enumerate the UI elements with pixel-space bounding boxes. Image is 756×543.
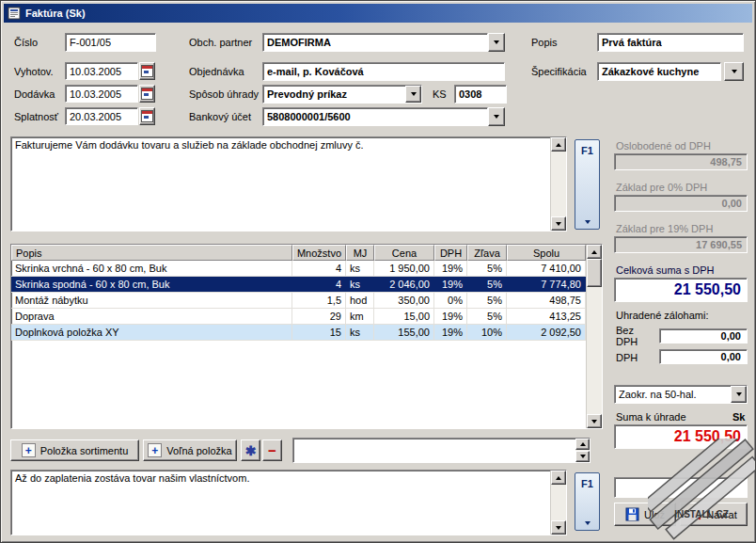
chevron-down-icon bbox=[585, 521, 591, 525]
partner-dropdown-button[interactable] bbox=[488, 33, 505, 52]
bottom-right-input[interactable] bbox=[614, 477, 748, 498]
calendar-icon bbox=[141, 88, 153, 100]
arrow-down-icon bbox=[580, 455, 586, 458]
arrow-down-icon bbox=[556, 526, 561, 530]
header-note-memo[interactable]: Fakturujeme Vám dodávku tovaru a služieb… bbox=[10, 136, 567, 232]
items-table-header[interactable]: Popis Množstvo MJ Cena DPH Zľava Spolu bbox=[11, 245, 586, 261]
return-button[interactable]: Návrat bbox=[680, 503, 748, 526]
cislo-input[interactable] bbox=[65, 33, 156, 52]
column-header-zlava[interactable]: Zľava bbox=[467, 245, 507, 261]
table-row-selected[interactable]: Skrinka spodná - 60 x 80 cm, Buk 4 ks 2 … bbox=[11, 277, 586, 293]
scroll-down-button[interactable] bbox=[587, 414, 602, 428]
delete-item-button[interactable]: − bbox=[262, 439, 282, 461]
save-button[interactable]: Ulož bbox=[614, 503, 676, 526]
chevron-down-icon bbox=[411, 92, 417, 96]
footer-note-text[interactable]: Až do zaplatenia zostáva tovar našim vla… bbox=[11, 471, 550, 535]
column-header-spolu[interactable]: Spolu bbox=[507, 245, 586, 261]
cell-popis: Skrinka vrchná - 60 x 80 cm, Buk bbox=[11, 261, 292, 276]
column-header-mnozstvo[interactable]: Množstvo bbox=[292, 245, 346, 261]
cell-cena: 155,00 bbox=[374, 325, 434, 340]
ks-input[interactable] bbox=[454, 85, 507, 104]
items-table-main: Popis Množstvo MJ Cena DPH Zľava Spolu S… bbox=[11, 245, 586, 428]
cell-spolu: 7 774,80 bbox=[507, 277, 586, 292]
footer-note-memo[interactable]: Až do zaplatenia zostáva tovar našim vla… bbox=[10, 470, 567, 535]
scroll-down-button[interactable] bbox=[551, 520, 566, 535]
item-note-input[interactable] bbox=[292, 438, 591, 463]
celkova-label: Celková suma s DPH bbox=[616, 264, 715, 276]
vyhotov-date-input[interactable] bbox=[65, 62, 138, 80]
zaklad19-label: Základ pre 19% DPH bbox=[616, 223, 713, 234]
scroll-up-button[interactable] bbox=[587, 245, 602, 259]
splatnost-date-input[interactable] bbox=[65, 107, 138, 125]
vyhotov-calendar-button[interactable] bbox=[139, 62, 155, 80]
edit-item-button[interactable]: ✱ bbox=[241, 439, 260, 461]
item-note-scrollbar[interactable] bbox=[575, 439, 590, 462]
splatnost-label: Splatnosť bbox=[14, 111, 58, 122]
asterisk-icon: ✱ bbox=[245, 444, 257, 457]
return-icon bbox=[690, 509, 701, 520]
scroll-up-button[interactable] bbox=[575, 439, 590, 450]
cell-cena: 15,00 bbox=[374, 309, 434, 324]
title-bar[interactable]: Faktúra (Sk) bbox=[4, 4, 752, 23]
ucet-dropdown-button[interactable] bbox=[488, 107, 505, 126]
table-scrollbar[interactable] bbox=[586, 245, 602, 428]
suma-value: 21 550,50 bbox=[614, 424, 748, 449]
specifikacia-input[interactable] bbox=[597, 62, 721, 81]
popis-input[interactable] bbox=[597, 33, 744, 52]
item-note-text[interactable] bbox=[293, 439, 575, 462]
zaklad0-label: Základ pre 0% DPH bbox=[616, 182, 707, 193]
cell-popis: Doplnková položka XY bbox=[11, 325, 292, 340]
currency-label: Sk bbox=[732, 411, 745, 423]
dodavka-calendar-button[interactable] bbox=[139, 85, 155, 103]
column-header-cena[interactable]: Cena bbox=[374, 245, 434, 261]
column-header-mj[interactable]: MJ bbox=[346, 245, 374, 261]
f1-label: F1 bbox=[581, 145, 593, 156]
zaklad0-value: 0,00 bbox=[614, 195, 748, 212]
return-label: Návrat bbox=[706, 509, 736, 520]
sposob-value: Prevodný príkaz bbox=[267, 88, 347, 100]
cell-dph: 19% bbox=[434, 277, 467, 292]
specifikacia-dropdown-button[interactable] bbox=[724, 62, 744, 81]
splatnost-calendar-button[interactable] bbox=[139, 107, 155, 125]
sposob-label: Spôsob úhrady bbox=[189, 88, 259, 100]
header-memo-scrollbar[interactable] bbox=[550, 137, 566, 231]
column-header-dph[interactable]: DPH bbox=[434, 245, 467, 261]
ucet-input[interactable] bbox=[262, 107, 488, 126]
table-row[interactable]: Skrinka vrchná - 60 x 80 cm, Buk 4 ks 1 … bbox=[11, 261, 586, 277]
scroll-down-button[interactable] bbox=[551, 216, 566, 231]
arrow-up-icon bbox=[556, 143, 561, 147]
save-label: Ulož bbox=[644, 509, 665, 520]
cell-mj: km bbox=[346, 309, 374, 324]
save-icon bbox=[625, 507, 639, 521]
scroll-down-button[interactable] bbox=[575, 451, 590, 462]
header-note-f1-button[interactable]: F1 bbox=[575, 139, 600, 230]
popis-label: Popis bbox=[531, 37, 558, 48]
cell-zlava: 5% bbox=[467, 261, 507, 276]
partner-input[interactable] bbox=[262, 33, 488, 52]
cell-zlava: 5% bbox=[467, 293, 507, 308]
table-row-highlighted[interactable]: Doplnková položka XY 15 ks 155,00 19% 10… bbox=[11, 325, 586, 341]
footer-memo-scrollbar[interactable] bbox=[550, 471, 566, 535]
vyhotov-label: Vyhotov. bbox=[14, 66, 54, 77]
table-row[interactable]: Montáž nábytku 1,5 hod 350,00 0% 5% 498,… bbox=[11, 293, 586, 309]
table-row[interactable]: Doprava 29 km 15,00 19% 5% 413,25 bbox=[11, 309, 586, 325]
sposob-dropdown-button[interactable] bbox=[405, 86, 421, 103]
scrollbar-thumb[interactable] bbox=[587, 259, 602, 287]
zaokruhlenie-combobox[interactable]: Zaokr. na 50-hal. bbox=[614, 385, 748, 404]
add-free-item-button[interactable]: + Voľná položka bbox=[143, 439, 237, 461]
header-note-text[interactable]: Fakturujeme Vám dodávku tovaru a služieb… bbox=[11, 137, 550, 231]
add-assortment-item-button[interactable]: + Položka sortimentu bbox=[10, 439, 139, 461]
cell-mnozstvo: 29 bbox=[292, 309, 346, 324]
column-header-popis[interactable]: Popis bbox=[11, 245, 292, 261]
scroll-up-button[interactable] bbox=[551, 471, 566, 485]
zaokruhlenie-dropdown-button[interactable] bbox=[731, 386, 747, 403]
scroll-up-button[interactable] bbox=[551, 137, 566, 152]
dodavka-date-input[interactable] bbox=[65, 85, 138, 103]
footer-note-f1-button[interactable]: F1 bbox=[575, 472, 600, 531]
chevron-down-icon bbox=[585, 220, 591, 224]
cislo-label: Číslo bbox=[14, 37, 38, 48]
sposob-combobox[interactable]: Prevodný príkaz bbox=[262, 85, 422, 104]
window-icon bbox=[8, 7, 21, 20]
specifikacia-label: Špecifikácia bbox=[531, 66, 587, 77]
objednavka-input[interactable] bbox=[262, 62, 505, 81]
